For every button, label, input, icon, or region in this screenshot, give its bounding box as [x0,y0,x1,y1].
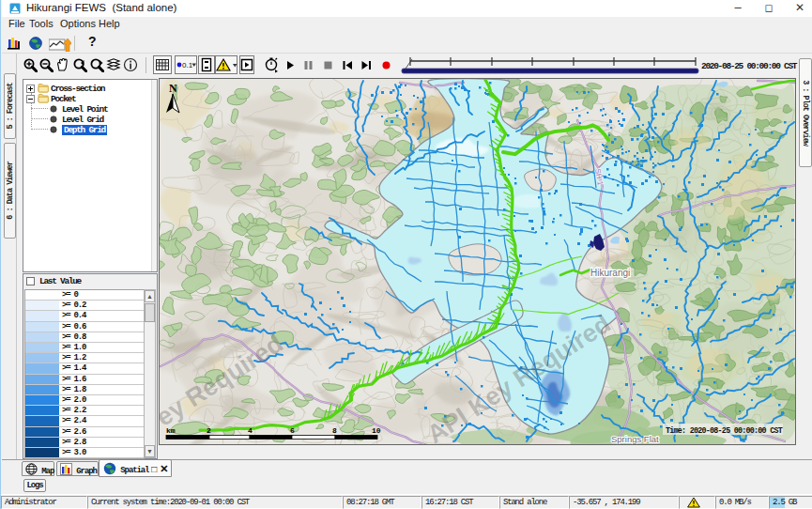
svg-text:8: 8 [332,426,337,435]
svg-text:Time: 2020-08-25 00:00:00 CST: Time: 2020-08-25 00:00:00 CST [666,426,783,436]
svg-text:10: 10 [372,426,381,435]
svg-text:4: 4 [248,426,253,435]
svg-text:km: km [166,426,176,435]
svg-text:N: N [169,82,177,95]
svg-text:2: 2 [207,426,211,435]
svg-text:Hikurangi: Hikurangi [590,268,630,278]
svg-text:6: 6 [290,426,295,435]
svg-text:Springs Flat: Springs Flat [611,434,659,444]
svg-text:0.1: 0.1 [182,61,193,69]
